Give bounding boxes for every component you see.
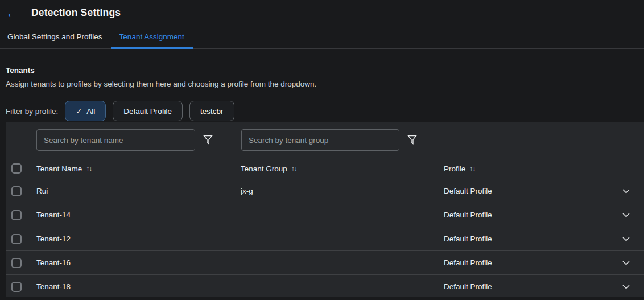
tab-global-settings-and-profiles[interactable]: Global Settings and Profiles (7, 25, 111, 48)
chevron-down-icon (622, 237, 630, 241)
tenants-table: Tenant Name ↑↓ Tenant Group ↑↓ Profile ↑… (6, 122, 644, 297)
column-header-profile[interactable]: Profile ↑↓ (444, 165, 644, 173)
back-arrow-icon: ← (6, 7, 18, 19)
profile-value: Default Profile (444, 235, 492, 243)
row-checkbox[interactable] (11, 258, 22, 268)
table-row: Rui jx-g Default Profile (6, 179, 644, 203)
back-button[interactable]: ← (6, 6, 18, 19)
profile-dropdown[interactable]: Default Profile (444, 227, 644, 250)
filter-funnel-icon[interactable] (407, 135, 417, 145)
profile-dropdown[interactable]: Default Profile (444, 251, 644, 274)
profile-value: Default Profile (444, 211, 492, 219)
tab-bar: Global Settings and Profiles Tenant Assi… (0, 25, 644, 49)
chevron-down-icon (622, 189, 630, 194)
column-label: Profile (444, 165, 465, 173)
table-search-row (6, 122, 644, 158)
select-all-checkbox[interactable] (11, 163, 22, 174)
tenant-name-cell: Tenant-18 (36, 282, 241, 291)
filter-chip-all[interactable]: ✓ All (65, 101, 106, 121)
column-label: Tenant Name (36, 165, 82, 173)
search-tenant-name-input[interactable] (36, 129, 195, 151)
chevron-down-icon (622, 261, 630, 265)
sort-icon[interactable]: ↑↓ (291, 165, 297, 172)
filter-label: Filter by profile: (6, 107, 58, 116)
row-checkbox[interactable] (11, 186, 22, 196)
table-row: Tenant-14 Default Profile (6, 203, 644, 227)
sort-icon[interactable]: ↑↓ (469, 165, 475, 172)
tenant-name-cell: Tenant-14 (36, 211, 241, 219)
chip-label: All (86, 107, 95, 116)
chevron-down-icon (622, 213, 630, 217)
tab-tenant-assignment[interactable]: Tenant Assignment (111, 25, 193, 48)
chip-label: Default Profile (123, 107, 172, 116)
column-label: Tenant Group (241, 165, 287, 173)
column-header-tenant-name[interactable]: Tenant Name ↑↓ (36, 165, 241, 173)
tab-label: Tenant Assignment (119, 32, 184, 41)
table-row: Tenant-18 Default Profile (6, 275, 644, 297)
column-header-tenant-group[interactable]: Tenant Group ↑↓ (241, 165, 444, 173)
profile-value: Default Profile (444, 282, 492, 291)
sort-icon[interactable]: ↑↓ (86, 165, 92, 172)
profile-dropdown[interactable]: Default Profile (444, 275, 644, 297)
page-title: Detection Settings (31, 7, 121, 19)
top-bar: ← Detection Settings (0, 0, 644, 25)
filter-chip-testcbr[interactable]: testcbr (189, 101, 234, 121)
table-row: Tenant-12 Default Profile (6, 227, 644, 251)
filter-by-profile-row: Filter by profile: ✓ All Default Profile… (0, 101, 644, 121)
profile-dropdown[interactable]: Default Profile (444, 203, 644, 227)
row-checkbox[interactable] (11, 210, 22, 220)
section-title: Tenants (6, 66, 644, 75)
filter-chip-default-profile[interactable]: Default Profile (113, 101, 183, 121)
profile-value: Default Profile (444, 258, 492, 267)
profile-dropdown[interactable]: Default Profile (444, 179, 644, 203)
tab-label: Global Settings and Profiles (7, 32, 102, 41)
row-checkbox[interactable] (11, 282, 22, 292)
row-checkbox[interactable] (11, 234, 22, 244)
search-tenant-group-input[interactable] (241, 129, 399, 151)
tenant-group-cell: jx-g (241, 187, 444, 195)
profile-value: Default Profile (444, 187, 492, 195)
filter-funnel-icon[interactable] (203, 135, 213, 145)
chip-label: testcbr (200, 107, 224, 116)
section-description: Assign tenants to profiles by selecting … (6, 80, 644, 88)
table-row: Tenant-16 Default Profile (6, 251, 644, 275)
tenant-name-cell: Tenant-12 (36, 235, 241, 243)
tenant-name-cell: Tenant-16 (36, 258, 241, 267)
table-header-row: Tenant Name ↑↓ Tenant Group ↑↓ Profile ↑… (6, 158, 644, 179)
check-icon: ✓ (76, 107, 82, 116)
chevron-down-icon (622, 285, 630, 289)
tenant-name-cell: Rui (36, 187, 241, 195)
